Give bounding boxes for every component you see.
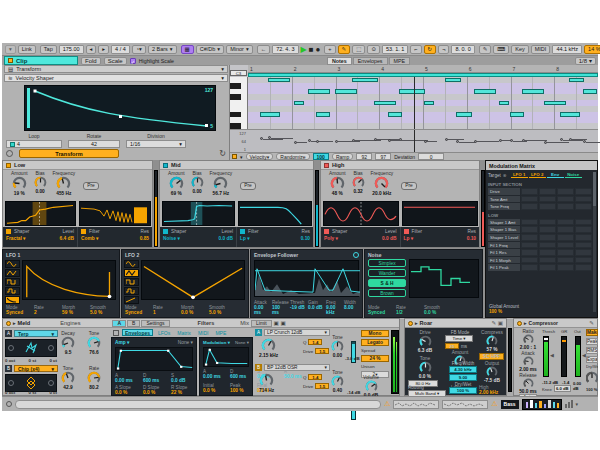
legato-toggle[interactable]: Legato bbox=[361, 339, 389, 346]
matrix-cell[interactable] bbox=[539, 196, 556, 203]
velocity-markers[interactable] bbox=[248, 130, 598, 153]
band-low-header[interactable]: Low bbox=[3, 161, 152, 170]
midi-note[interactable] bbox=[335, 89, 357, 93]
clear-target-icon[interactable]: ⊗ bbox=[503, 173, 507, 178]
automation-mode-button[interactable]: ⬚ bbox=[352, 45, 365, 54]
pin-icon[interactable] bbox=[113, 330, 119, 336]
res-value[interactable]: 0.10 bbox=[467, 236, 476, 241]
midi-note[interactable] bbox=[583, 89, 597, 93]
midi-note[interactable] bbox=[510, 112, 524, 116]
sc-hpf-toggle[interactable]: SC HPF bbox=[479, 353, 504, 360]
tab-matrix[interactable]: Matrix bbox=[175, 329, 193, 336]
knob-dial[interactable] bbox=[56, 176, 71, 191]
amount-knob[interactable]: Amount69 % bbox=[168, 171, 185, 200]
tab-envelopes[interactable]: Envelopes bbox=[353, 57, 388, 65]
sine-icon[interactable] bbox=[5, 260, 20, 268]
filter-checkbox[interactable] bbox=[404, 229, 409, 234]
drive-field[interactable]: 1.5 bbox=[315, 383, 329, 389]
band-mid-header[interactable]: Mid bbox=[160, 161, 313, 170]
filter-b-tone-knob[interactable]: Tone0.40 bbox=[331, 370, 344, 393]
matrix-cell[interactable] bbox=[521, 226, 538, 233]
tone-knob[interactable]: Tone0.0 % bbox=[408, 356, 442, 379]
dry-wet-value[interactable]: 100 % bbox=[586, 387, 598, 392]
band-activator-icon[interactable] bbox=[324, 163, 329, 168]
matrix-cell[interactable] bbox=[521, 188, 538, 195]
amp-envelope-display[interactable] bbox=[115, 347, 193, 371]
high-crossover-field[interactable]: 2.00 kHz bbox=[479, 390, 503, 395]
limit-toggle[interactable]: Limit bbox=[251, 320, 272, 327]
knob-dial[interactable] bbox=[213, 176, 228, 191]
peak-toggle[interactable]: Peak bbox=[586, 338, 598, 345]
band-high-header[interactable]: High bbox=[321, 161, 479, 170]
device-on-icon[interactable] bbox=[408, 321, 413, 326]
pre-toggle[interactable]: Pre bbox=[83, 182, 98, 190]
lane-type-menu[interactable]: Velocity ▾ bbox=[246, 153, 274, 160]
automation-preview-strip[interactable] bbox=[442, 400, 488, 409]
res-value[interactable]: 0.10 bbox=[301, 236, 310, 241]
matrix-cell[interactable] bbox=[539, 264, 556, 271]
velocity-shaper-curve[interactable]: 127 5 bbox=[24, 85, 216, 131]
compress-knob[interactable]: Compress57 % bbox=[479, 330, 505, 352]
shaper-checkbox[interactable] bbox=[163, 229, 168, 234]
matrix-cell[interactable] bbox=[539, 249, 556, 256]
matrix-source-noise[interactable]: Noise bbox=[565, 172, 582, 178]
tab-b[interactable]: B bbox=[127, 320, 140, 327]
bias-knob[interactable]: Bias0.32 bbox=[352, 171, 365, 200]
tempo-field[interactable]: 175.00 bbox=[59, 45, 84, 54]
macro-knob-icon[interactable] bbox=[48, 380, 54, 386]
mod-envelope-display[interactable] bbox=[203, 347, 249, 367]
amount-knob[interactable]: Amount19 % bbox=[11, 171, 28, 200]
clip-tab[interactable]: Clip bbox=[4, 56, 78, 65]
chevron-down-icon[interactable]: ▾ bbox=[576, 401, 579, 407]
ratio-knob[interactable]: Ratio2.00 : 1 bbox=[516, 329, 540, 350]
fold-triangle-icon[interactable]: ▸ bbox=[524, 320, 527, 326]
tab-s-h[interactable]: S & H bbox=[368, 279, 406, 287]
matrix-cell[interactable] bbox=[575, 219, 592, 226]
matrix-cell[interactable] bbox=[521, 257, 538, 264]
matrix-cell[interactable] bbox=[539, 219, 556, 226]
matrix-cell[interactable] bbox=[575, 242, 592, 249]
scale-root-menu[interactable]: C#/Db▾ bbox=[196, 45, 224, 54]
res-value[interactable]: 0.85 bbox=[140, 236, 149, 241]
triangle-icon[interactable] bbox=[124, 269, 139, 277]
macro-knob-icon[interactable] bbox=[48, 345, 54, 351]
filter-b-type-menu[interactable]: BP 12dB OSR▾ bbox=[264, 364, 330, 371]
ramp-from-field[interactable]: 92 bbox=[356, 153, 372, 160]
knob-dial[interactable] bbox=[523, 356, 534, 367]
knob-dial[interactable] bbox=[261, 338, 276, 353]
tab-wander[interactable]: Wander bbox=[368, 269, 406, 277]
engine-a-visual[interactable] bbox=[5, 339, 57, 357]
envelope-selector[interactable]: Amp ▾ bbox=[115, 340, 129, 345]
seed-icon[interactable] bbox=[6, 150, 13, 157]
punch-in-button[interactable]: ⌐ bbox=[410, 45, 421, 54]
filter-b-level-value[interactable]: -14 dB bbox=[347, 390, 360, 395]
knob-dial[interactable] bbox=[486, 366, 498, 378]
tab-settings[interactable]: Settings bbox=[141, 320, 169, 327]
bias-knob[interactable]: Bias0.00 bbox=[34, 171, 47, 200]
computer-midi-keyboard-button[interactable]: ⌨ bbox=[493, 45, 509, 54]
device-title-icons[interactable]: ✎ bbox=[589, 320, 594, 326]
knob-dial[interactable] bbox=[61, 371, 75, 385]
lfo2-display[interactable] bbox=[141, 260, 245, 300]
midi-note[interactable] bbox=[308, 89, 330, 93]
matrix-cell[interactable] bbox=[539, 234, 556, 241]
matrix-cell[interactable] bbox=[557, 249, 574, 256]
matrix-cell[interactable] bbox=[557, 196, 574, 203]
rms-toggle[interactable]: RMS bbox=[586, 347, 598, 354]
volume-knob[interactable]: Volume0.0 dB bbox=[363, 375, 379, 398]
decay-knob[interactable]: Decay9.5 bbox=[61, 331, 75, 355]
matrix-cell[interactable] bbox=[575, 196, 592, 203]
midi-note[interactable] bbox=[522, 89, 544, 93]
envelope-selector[interactable]: Modulation ▾ bbox=[203, 340, 230, 345]
lfo1-display[interactable] bbox=[22, 260, 116, 300]
status-icon[interactable] bbox=[6, 401, 12, 407]
device-title-icons[interactable]: ✎ ▣ bbox=[491, 320, 503, 326]
filter-type-menu[interactable]: Lp ▾ bbox=[404, 236, 414, 241]
matrix-cell[interactable] bbox=[521, 219, 538, 226]
cpu-meter[interactable]: 14 %▾ bbox=[584, 45, 600, 54]
matrix-cell[interactable] bbox=[539, 226, 556, 233]
matrix-cell[interactable] bbox=[575, 188, 592, 195]
q-field[interactable]: 1.4 bbox=[308, 339, 322, 345]
knob-dial[interactable] bbox=[523, 378, 534, 389]
matrix-cell[interactable] bbox=[575, 257, 592, 264]
